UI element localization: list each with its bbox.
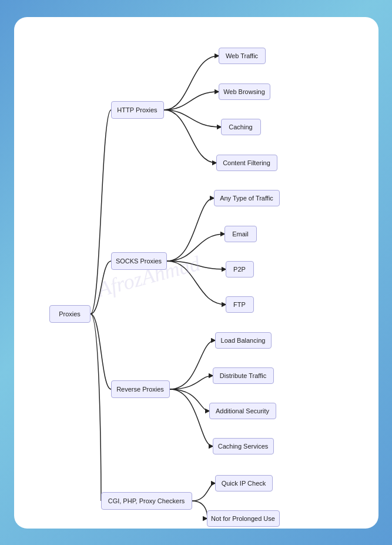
node-additional-security: Additional Security bbox=[209, 403, 276, 419]
node-http: HTTP Proxies bbox=[111, 101, 164, 119]
node-distribute: Distribute Traffic bbox=[213, 367, 274, 384]
card: AfrozAhmad Proxies HTTP Proxies SOCKS Pr… bbox=[14, 17, 378, 529]
node-any-type: Any Type of Traffic bbox=[214, 190, 280, 206]
node-email: Email bbox=[225, 226, 257, 242]
node-load-balancing: Load Balancing bbox=[215, 332, 272, 349]
node-caching-services: Caching Services bbox=[213, 438, 274, 454]
node-caching: Caching bbox=[221, 119, 261, 135]
node-web-traffic: Web Traffic bbox=[219, 48, 266, 64]
node-cgi: CGI, PHP, Proxy Checkers bbox=[101, 492, 192, 510]
node-reverse: Reverse Proxies bbox=[111, 380, 170, 398]
node-web-browsing: Web Browsing bbox=[219, 83, 270, 100]
node-quick-ip: Quick IP Check bbox=[215, 475, 273, 491]
node-content-filtering: Content Filtering bbox=[216, 155, 277, 171]
node-p2p: P2P bbox=[226, 261, 254, 277]
node-not-prolonged: Not for Prolonged Use bbox=[207, 510, 280, 527]
node-ftp: FTP bbox=[226, 296, 254, 313]
node-root: Proxies bbox=[49, 305, 91, 323]
node-socks: SOCKS Proxies bbox=[111, 252, 167, 270]
connections-svg bbox=[14, 17, 378, 529]
